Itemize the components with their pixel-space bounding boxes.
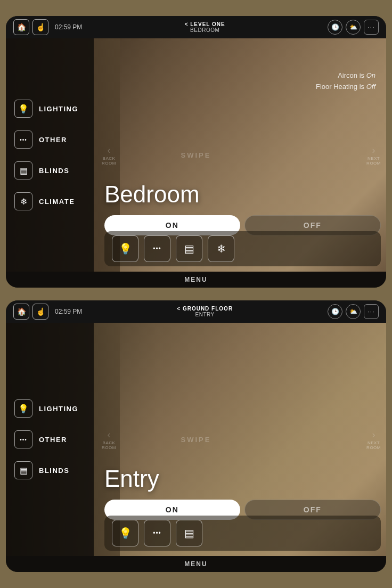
bottom-icons-bedroom: 💡 ••• ▤ ❄ (104, 231, 381, 266)
climate-icon: ❄ (14, 192, 32, 210)
bottom-lighting-button-entry[interactable]: 💡 (112, 520, 138, 546)
time-display: 02:59 PM (55, 23, 82, 31)
blinds-label: BLINDS (39, 167, 69, 175)
back-room-nav-entry[interactable]: ‹ BACKROOM (102, 429, 116, 450)
touch-icon-entry[interactable]: ☝ (32, 304, 48, 320)
sidebar-item-lighting-entry[interactable]: 💡 LIGHTING (6, 394, 94, 423)
top-bar-left-entry: 🏠 ☝ 02:59 PM (13, 304, 82, 320)
next-room-nav[interactable]: › NEXTROOM (366, 145, 381, 166)
menu-bar-bedroom: MENU (6, 272, 386, 288)
bottom-icons-entry: 💡 ••• ▤ (104, 516, 381, 551)
bottom-climate-button[interactable]: ❄ (208, 235, 234, 262)
time-display-entry: 02:59 PM (55, 308, 82, 315)
tablet-entry: 🏠 ☝ 02:59 PM < GROUND FLOOR ENTRY 🕒 ⛅ ··… (6, 300, 386, 572)
room-title-bedroom: Bedroom (104, 181, 200, 208)
home-icon-entry[interactable]: 🏠 (13, 304, 29, 320)
right-chevron-icon-entry: › (372, 429, 375, 440)
swipe-label-entry: SWIPE (181, 436, 211, 444)
top-bar-right: 🕒 ⛅ ··· (328, 20, 379, 35)
other-icon: ••• (14, 130, 32, 149)
back-room-nav[interactable]: ‹ BACKROOM (102, 145, 116, 166)
blinds-icon: ▤ (14, 161, 32, 179)
menu-bar-entry: MENU (6, 556, 386, 572)
other-icon-entry: ••• (14, 430, 32, 448)
more-options-button-entry[interactable]: ··· (364, 304, 379, 319)
level-label-entry: < GROUND FLOOR (177, 306, 233, 312)
blinds-icon-entry: ▤ (14, 461, 32, 479)
lighting-label-entry: LIGHTING (39, 405, 78, 413)
bottom-lighting-button[interactable]: 💡 (112, 235, 138, 262)
home-icon[interactable]: 🏠 (13, 19, 29, 35)
bottom-other-button-entry[interactable]: ••• (144, 520, 170, 546)
lighting-icon-entry: 💡 (14, 399, 32, 418)
back-room-label: BACKROOM (102, 156, 116, 166)
bottom-blinds-button-entry[interactable]: ▤ (176, 520, 202, 546)
touch-icon[interactable]: ☝ (32, 19, 48, 35)
sidebar-item-other-entry[interactable]: ••• OTHER (6, 425, 94, 454)
weather-icon[interactable]: ⛅ (346, 20, 361, 35)
sidebar-entry: 💡 LIGHTING ••• OTHER ▤ BLINDS (6, 323, 94, 556)
tablet-bedroom: 🏠 ☝ 02:59 PM < LEVEL ONE BEDROOM 🕒 ⛅ ···… (6, 16, 386, 288)
bottom-other-button[interactable]: ••• (144, 235, 170, 262)
clock-icon-entry[interactable]: 🕒 (328, 304, 342, 319)
right-chevron-icon: › (372, 145, 375, 156)
swipe-label: SWIPE (181, 151, 211, 159)
top-bar-left: 🏠 ☝ 02:59 PM (13, 19, 82, 35)
aircon-status: Aircon is On (316, 70, 375, 81)
menu-label-bedroom[interactable]: MENU (184, 276, 207, 283)
main-area-bedroom: SWIPE ‹ BACKROOM › NEXTROOM 💡 LIGHTING •… (6, 38, 386, 272)
level-label: < LEVEL ONE (185, 21, 225, 27)
top-bar-entry: 🏠 ☝ 02:59 PM < GROUND FLOOR ENTRY 🕒 ⛅ ··… (6, 300, 386, 323)
room-title-entry: Entry (104, 466, 159, 492)
sidebar-item-climate[interactable]: ❄ CLIMATE (6, 187, 94, 216)
lighting-icon: 💡 (14, 100, 32, 118)
top-bar-center-entry: < GROUND FLOOR ENTRY (177, 306, 233, 317)
climate-label: CLIMATE (39, 198, 75, 206)
menu-label-entry[interactable]: MENU (184, 560, 207, 568)
top-bar-center: < LEVEL ONE BEDROOM (185, 21, 225, 33)
top-bar-right-entry: 🕒 ⛅ ··· (328, 304, 379, 319)
blinds-label-entry: BLINDS (39, 467, 69, 475)
sidebar-item-blinds[interactable]: ▤ BLINDS (6, 156, 94, 185)
top-bar-bedroom: 🏠 ☝ 02:59 PM < LEVEL ONE BEDROOM 🕒 ⛅ ··· (6, 16, 386, 38)
sidebar-bedroom: 💡 LIGHTING ••• OTHER ▤ BLINDS ❄ CLIMATE (6, 38, 94, 272)
clock-icon[interactable]: 🕒 (328, 20, 342, 35)
climate-status: Aircon is On Floor Heating is Off (316, 70, 375, 93)
room-label: BEDROOM (185, 27, 225, 33)
main-area-entry: SWIPE ‹ BACKROOM › NEXTROOM 💡 LIGHTING •… (6, 323, 386, 556)
bottom-blinds-button[interactable]: ▤ (176, 235, 202, 262)
heating-status: Floor Heating is Off (316, 81, 375, 93)
next-room-label: NEXTROOM (366, 156, 381, 166)
next-room-nav-entry[interactable]: › NEXTROOM (366, 429, 381, 450)
weather-icon-entry[interactable]: ⛅ (346, 304, 361, 319)
other-label-entry: OTHER (39, 436, 67, 444)
back-room-label-entry: BACKROOM (102, 440, 116, 450)
sidebar-item-other[interactable]: ••• OTHER (6, 125, 94, 154)
left-chevron-icon-entry: ‹ (107, 429, 110, 440)
room-label-entry: ENTRY (177, 312, 233, 317)
next-room-label-entry: NEXTROOM (366, 440, 381, 450)
sidebar-item-lighting[interactable]: 💡 LIGHTING (6, 94, 94, 123)
sidebar-item-blinds-entry[interactable]: ▤ BLINDS (6, 456, 94, 485)
left-chevron-icon: ‹ (107, 145, 110, 156)
other-label: OTHER (39, 136, 67, 144)
lighting-label: LIGHTING (39, 105, 78, 113)
more-options-button[interactable]: ··· (364, 20, 379, 35)
